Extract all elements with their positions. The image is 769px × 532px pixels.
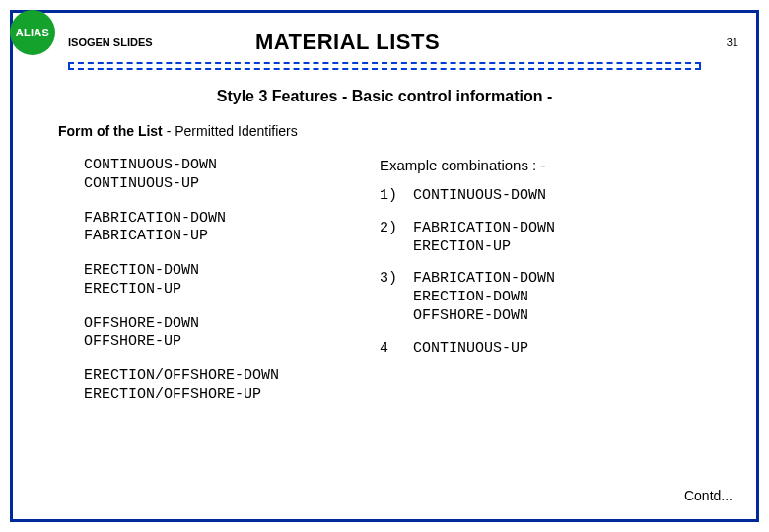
page-number: 31 (709, 36, 738, 48)
example-line: FABRICATION-DOWN (413, 270, 709, 289)
identifier-item: FABRICATION-UP (84, 228, 380, 246)
identifier-item: OFFSHORE-UP (84, 333, 380, 352)
example-row: 2) FABRICATION-DOWN ERECTION-UP (380, 220, 709, 257)
example-body: CONTINUOUS-DOWN (413, 187, 709, 206)
header-left-label: ISOGEN SLIDES (68, 36, 255, 48)
identifier-item: ERECTION-UP (84, 281, 380, 299)
header-divider (68, 62, 701, 70)
section-heading-bold: Form of the List (58, 123, 163, 139)
example-line: ERECTION-UP (413, 238, 709, 257)
slide-subtitle: Style 3 Features - Basic control informa… (31, 88, 738, 105)
example-body: CONTINUOUS-UP (413, 340, 709, 359)
example-line: OFFSHORE-DOWN (413, 307, 709, 326)
example-line: FABRICATION-DOWN (413, 220, 709, 238)
identifier-group: ERECTION-DOWN ERECTION-UP (84, 262, 380, 299)
alias-badge: ALIAS (10, 10, 55, 55)
example-line: ERECTION-DOWN (413, 289, 709, 307)
identifier-item: ERECTION-DOWN (84, 262, 380, 281)
identifiers-column: CONTINUOUS-DOWN CONTINUOUS-UP FABRICATIO… (84, 157, 380, 421)
identifier-group: ERECTION/OFFSHORE-DOWN ERECTION/OFFSHORE… (84, 367, 380, 405)
continued-label: Contd... (684, 488, 733, 503)
example-row: 1) CONTINUOUS-DOWN (380, 187, 709, 206)
header: ISOGEN SLIDES MATERIAL LISTS 31 (31, 23, 738, 62)
example-row: 3) FABRICATION-DOWN ERECTION-DOWN OFFSHO… (380, 270, 709, 325)
identifier-group: CONTINUOUS-DOWN CONTINUOUS-UP (84, 157, 380, 194)
example-body: FABRICATION-DOWN ERECTION-UP (413, 220, 709, 257)
identifier-item: ERECTION/OFFSHORE-UP (84, 386, 380, 405)
example-number: 4 (380, 340, 413, 359)
example-body: FABRICATION-DOWN ERECTION-DOWN OFFSHORE-… (413, 270, 709, 325)
identifier-item: CONTINUOUS-DOWN (84, 157, 380, 175)
identifier-group: OFFSHORE-DOWN OFFSHORE-UP (84, 315, 380, 353)
examples-column: Example combinations : - 1) CONTINUOUS-D… (380, 157, 709, 421)
slide-frame: ALIAS ISOGEN SLIDES MATERIAL LISTS 31 St… (10, 10, 759, 522)
section-heading-rest: - Permitted Identifiers (163, 123, 298, 139)
alias-badge-text: ALIAS (16, 27, 50, 38)
examples-heading: Example combinations : - (380, 157, 709, 173)
identifier-item: ERECTION/OFFSHORE-DOWN (84, 367, 380, 386)
example-line: CONTINUOUS-DOWN (413, 187, 709, 206)
page-title: MATERIAL LISTS (255, 30, 709, 55)
identifier-item: OFFSHORE-DOWN (84, 315, 380, 334)
identifier-group: FABRICATION-DOWN FABRICATION-UP (84, 210, 380, 247)
identifier-item: FABRICATION-DOWN (84, 210, 380, 229)
section-heading: Form of the List - Permitted Identifiers (58, 123, 738, 139)
identifier-item: CONTINUOUS-UP (84, 175, 380, 194)
example-row: 4 CONTINUOUS-UP (380, 340, 709, 359)
example-number: 1) (380, 187, 413, 206)
example-number: 3) (380, 270, 413, 325)
content-columns: CONTINUOUS-DOWN CONTINUOUS-UP FABRICATIO… (84, 157, 709, 421)
example-line: CONTINUOUS-UP (413, 340, 709, 359)
example-number: 2) (380, 220, 413, 257)
